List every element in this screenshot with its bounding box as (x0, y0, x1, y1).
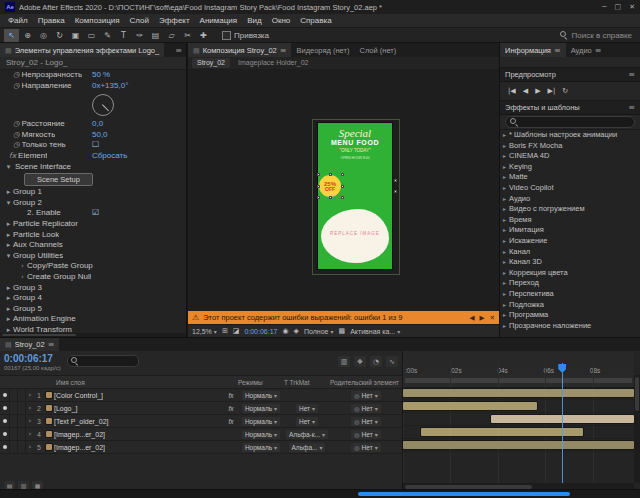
clone-stamp-tool[interactable]: ▤ (148, 29, 163, 42)
grid-guides-icon[interactable] (222, 327, 228, 335)
graph-editor-icon[interactable]: ∿ (386, 356, 398, 367)
layer-label-swatch[interactable] (44, 389, 54, 401)
selection-handle[interactable] (329, 173, 332, 176)
layer-parent-dropdown[interactable]: Нет (330, 415, 402, 427)
property-value[interactable]: 50,0 (92, 130, 108, 141)
layer-duration-bar[interactable] (403, 402, 537, 410)
loop-button[interactable]: ↻ (562, 87, 568, 95)
stopwatch-icon[interactable]: ◷ (13, 81, 20, 92)
scene-setup-button[interactable]: Scene Setup (24, 173, 93, 186)
property-value[interactable]: 0,0 (92, 119, 103, 130)
layer-mode-dropdown[interactable]: Нормаль (238, 402, 284, 414)
layer-audio-cell[interactable] (10, 428, 18, 440)
selection-tool[interactable]: ↖ (4, 29, 19, 42)
layer-label-swatch[interactable] (44, 428, 54, 440)
layer-audio-cell[interactable] (10, 402, 18, 414)
selection-handle[interactable] (317, 196, 320, 199)
channels-icon[interactable] (294, 327, 299, 335)
composition-viewport[interactable]: Special MENU FOOD "ONLY TODAY" OPEN HOUR… (188, 69, 499, 311)
twirl-icon[interactable]: ▾ (4, 198, 13, 209)
tab-footage[interactable]: Видеоряд (нет) (291, 43, 354, 57)
effect-property-row[interactable]: ▾ Scene Interface (0, 162, 186, 173)
column-trkmat[interactable]: T TrkMat (284, 379, 330, 386)
panel-menu-icon[interactable] (628, 103, 635, 112)
twirl-icon[interactable]: ▾ (4, 162, 13, 173)
layer-duration-bar[interactable] (403, 389, 634, 397)
twirl-icon[interactable] (500, 225, 509, 236)
effects-category-item[interactable]: Переход (500, 278, 640, 289)
frame-blending-icon[interactable]: ❖ (354, 356, 366, 367)
layer-trkmat-dropdown[interactable]: Альфа-к... (284, 428, 330, 440)
pickwhip-icon[interactable] (354, 444, 359, 451)
tab-audio[interactable]: Аудио (566, 43, 607, 57)
layer-name[interactable]: [Imagep...er_02] (54, 441, 224, 453)
column-parent[interactable]: Родительский элемент (330, 379, 402, 386)
menu-item[interactable]: Окно (267, 16, 296, 25)
layer-audio-cell[interactable] (10, 415, 18, 427)
pickwhip-icon[interactable] (354, 431, 359, 438)
effect-group-row[interactable]: ▸ Group 1 (0, 187, 186, 198)
snap-checkbox[interactable] (222, 31, 231, 40)
twirl-icon[interactable] (500, 289, 509, 300)
menu-item[interactable]: Справка (295, 16, 336, 25)
panel-menu-icon[interactable] (595, 46, 602, 55)
layer-fx-badge[interactable]: fx (224, 402, 238, 414)
next-frame-button[interactable]: ▶| (548, 87, 556, 95)
twirl-icon[interactable] (500, 278, 509, 289)
maximize-button[interactable]: □ (615, 3, 622, 11)
effects-category-item[interactable]: Аудио (500, 194, 640, 205)
nav-comp-current[interactable]: Stroy_02 (192, 58, 230, 68)
layer-trkmat-dropdown[interactable]: Нет (284, 402, 330, 414)
effects-category-item[interactable]: Канал (500, 247, 640, 258)
work-area-bar[interactable] (405, 378, 631, 383)
layer-row[interactable]: 4 [Imagep...er_02] Нормаль Альфа-к... Не… (0, 428, 402, 441)
effects-category-item[interactable]: Программа (500, 310, 640, 321)
panel-menu-icon[interactable] (48, 340, 55, 349)
effects-category-item[interactable]: Время (500, 215, 640, 226)
layer-solo-cell[interactable] (18, 415, 26, 427)
panel-menu-icon[interactable] (628, 70, 635, 79)
menu-item[interactable]: Эффект (154, 16, 195, 25)
selection-handle[interactable] (317, 185, 320, 188)
layer-visibility-icon[interactable] (0, 389, 10, 401)
effect-property-row[interactable]: ◷ Мягкость 50,0 (0, 130, 186, 141)
dismiss-warning-icon[interactable] (490, 314, 495, 322)
time-ruler[interactable]: :00s02s04s06s08s (403, 351, 634, 376)
effects-category-item[interactable]: Video Copilot (500, 183, 640, 194)
layer-name[interactable]: [Imagep...er_02] (54, 428, 224, 440)
layer-solo-cell[interactable] (18, 402, 26, 414)
timeline-zoom-scrollbar[interactable] (0, 489, 640, 498)
puppet-pin-tool[interactable]: ✚ (196, 29, 211, 42)
twirl-icon[interactable] (500, 151, 509, 162)
pen-tool[interactable]: ✎ (100, 29, 115, 42)
effects-category-item[interactable]: Видео с погружением (500, 204, 640, 215)
effects-search-input[interactable] (505, 116, 635, 128)
layer-visibility-icon[interactable] (0, 441, 10, 453)
twirl-icon[interactable] (500, 310, 509, 321)
play-button[interactable]: ▶ (535, 87, 540, 95)
menu-item[interactable]: Слой (125, 16, 154, 25)
hand-tool[interactable]: ⊕ (20, 29, 35, 42)
layer-row[interactable]: 2 [Logo_] fx Нормаль Нет Нет (0, 402, 402, 415)
previous-error-icon[interactable] (470, 314, 475, 322)
effects-category-item[interactable]: Искажение (500, 236, 640, 247)
selection-handle[interactable] (394, 179, 397, 182)
twirl-icon[interactable]: › (18, 272, 27, 283)
layer-trkmat-dropdown[interactable]: Нет (284, 415, 330, 427)
brush-tool[interactable]: ✑ (132, 29, 147, 42)
twirl-icon[interactable]: ▸ (4, 304, 13, 315)
effect-property-row[interactable]: ◷ Непрозрачность 50 % (0, 70, 186, 81)
layer-label-swatch[interactable] (44, 415, 54, 427)
magnification-dropdown[interactable]: 12,5% (192, 328, 217, 335)
selection-handle[interactable] (329, 196, 332, 199)
nav-comp-child[interactable]: Imageplace Holder_02 (233, 58, 313, 68)
menu-item[interactable]: Вид (242, 16, 266, 25)
minimize-button[interactable]: ─ (602, 3, 606, 11)
effect-property-row[interactable]: ◷ Только тень ☐ (0, 140, 186, 151)
layer-mode-dropdown[interactable]: Нормаль (238, 415, 284, 427)
property-icon[interactable]: ◷ (13, 119, 20, 130)
layer-audio-cell[interactable] (10, 389, 18, 401)
layer-mode-dropdown[interactable]: Нормаль (238, 441, 284, 453)
panel-menu-icon[interactable] (280, 46, 287, 55)
selection-handle[interactable] (341, 185, 344, 188)
